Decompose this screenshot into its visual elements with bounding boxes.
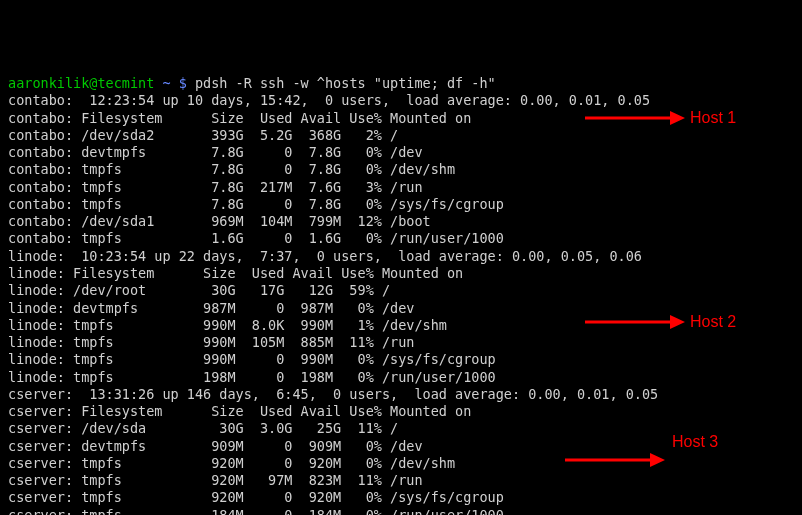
df-row: linode: tmpfs 990M 0 990M 0% /sys/fs/cgr…	[8, 351, 794, 368]
annotation-host1: Host 1	[690, 108, 736, 128]
df-row: cserver: tmpfs 920M 0 920M 0% /sys/fs/cg…	[8, 489, 794, 506]
df-header-line: linode: Filesystem Size Used Avail Use% …	[8, 265, 794, 282]
annotation-host2: Host 2	[690, 312, 736, 332]
arrow-icon	[565, 432, 665, 489]
df-row: contabo: tmpfs 7.8G 217M 7.6G 3% /run	[8, 179, 794, 196]
uptime-line: cserver: 13:31:26 up 146 days, 6:45, 0 u…	[8, 386, 794, 403]
df-row: cserver: tmpfs 920M 0 920M 0% /dev/shm	[8, 455, 794, 472]
uptime-line: linode: 10:23:54 up 22 days, 7:37, 0 use…	[8, 248, 794, 265]
df-row: contabo: tmpfs 1.6G 0 1.6G 0% /run/user/…	[8, 230, 794, 247]
df-header-line: cserver: Filesystem Size Used Avail Use%…	[8, 403, 794, 420]
df-row: contabo: devtmpfs 7.8G 0 7.8G 0% /dev	[8, 144, 794, 161]
annotation-host3: Host 3	[672, 432, 718, 452]
arrow-icon	[585, 90, 685, 147]
df-row: contabo: tmpfs 7.8G 0 7.8G 0% /dev/shm	[8, 161, 794, 178]
svg-marker-3	[670, 315, 685, 329]
df-row: cserver: tmpfs 184M 0 184M 0% /run/user/…	[8, 507, 794, 515]
df-row: contabo: tmpfs 7.8G 0 7.8G 0% /sys/fs/cg…	[8, 196, 794, 213]
arrow-icon	[585, 294, 685, 351]
df-row: linode: tmpfs 198M 0 198M 0% /run/user/1…	[8, 369, 794, 386]
svg-marker-5	[650, 453, 665, 467]
svg-marker-1	[670, 111, 685, 125]
df-row: contabo: /dev/sda1 969M 104M 799M 12% /b…	[8, 213, 794, 230]
df-row: cserver: tmpfs 920M 97M 823M 11% /run	[8, 472, 794, 489]
